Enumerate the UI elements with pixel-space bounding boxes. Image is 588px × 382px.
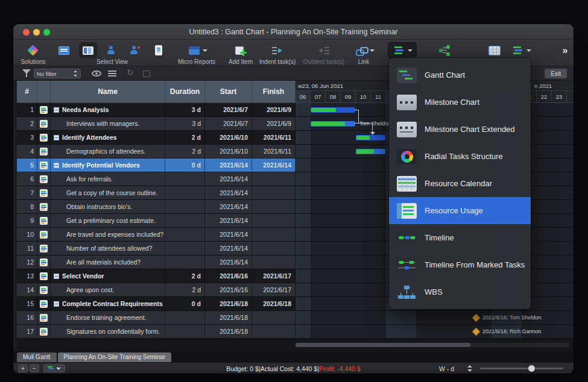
assignment-view-button[interactable] [127, 42, 143, 58]
header-start[interactable]: Start [205, 81, 252, 103]
task-name: Identify Attendees [62, 134, 117, 141]
view-menu-item[interactable]: Timeline From Marked Tasks [389, 251, 531, 278]
document-tab[interactable]: Muli Gantt [17, 352, 57, 362]
filter-select[interactable]: No filter [34, 69, 81, 78]
close-button[interactable] [23, 29, 30, 36]
finish-cell [252, 228, 296, 241]
zoom-slider-thumb[interactable] [528, 365, 535, 372]
row-number-cell: 7 [17, 186, 37, 199]
header-row-number[interactable]: # [17, 81, 37, 103]
task-type-icon [40, 161, 48, 169]
zoom-button[interactable] [43, 29, 50, 36]
view-menu-item[interactable]: Resource Calendar [389, 170, 531, 197]
view-menu-item[interactable]: Milestone Chart Extended [389, 116, 531, 143]
gantt-bar[interactable] [356, 149, 385, 154]
week-label: w23, 06 Jun 2021 [298, 83, 343, 89]
table-row[interactable]: 16Endorse training agreement.2021/6/1820… [17, 311, 574, 325]
task-name: Get a copy of the course outline. [66, 189, 157, 196]
document-view-button[interactable] [151, 42, 166, 58]
task-type-icon [40, 189, 48, 197]
start-cell: 2021/6/7 [205, 117, 252, 130]
view-menu-item[interactable]: Resource Usage [389, 197, 531, 224]
duration-cell [165, 172, 205, 186]
timescale-stepper[interactable] [467, 365, 473, 372]
finish-cell: 2021/6/9 [252, 103, 296, 116]
view-menu-button[interactable] [388, 42, 417, 58]
titlebar[interactable]: Untitled3 : Gantt Chart - Planning An On… [13, 24, 574, 40]
header-icon-column[interactable] [37, 81, 51, 103]
view-menu-item[interactable]: Milestone Chart [389, 89, 531, 116]
view-menu-item[interactable]: Radial Tasks Structure [389, 143, 531, 170]
resource-calendar-icon [397, 176, 417, 192]
network-icon [438, 44, 451, 57]
list-icon[interactable] [106, 67, 119, 80]
milestone-diamond[interactable] [472, 314, 480, 322]
add-item-button[interactable] [233, 42, 248, 58]
start-cell: 2021/6/16 [205, 283, 252, 296]
milestone-diamond[interactable] [472, 328, 480, 336]
finish-cell [252, 172, 296, 186]
gantt-options-button[interactable] [510, 42, 533, 58]
current-view-icon [81, 44, 95, 57]
table-view-button[interactable] [487, 42, 502, 58]
gantt-bar[interactable] [311, 121, 355, 127]
micro-reports-button[interactable] [186, 42, 208, 58]
row-number-cell: 4 [17, 145, 37, 158]
task-name-cell: Select Vendor [51, 269, 165, 283]
toolbar-overflow-chevron[interactable]: » [557, 42, 573, 58]
frame-icon[interactable] [140, 67, 153, 80]
duration-cell: 2 d [165, 131, 205, 144]
task-name: Signatures on confidentially form. [66, 328, 160, 335]
view-panel-button[interactable] [56, 42, 72, 58]
finish-cell [252, 255, 296, 269]
collapse-icon[interactable] [54, 274, 59, 279]
indent-task-button[interactable] [270, 42, 285, 58]
header-duration[interactable]: Duration [165, 81, 205, 103]
start-cell: 2021/6/14 [205, 186, 252, 199]
collapse-icon[interactable] [54, 163, 59, 168]
document-tab[interactable]: Planning An On-Site Training Seminar [58, 352, 171, 362]
app-window: Untitled3 : Gantt Chart - Planning An On… [13, 24, 574, 374]
row-number-cell: 14 [17, 283, 37, 296]
refresh-icon[interactable] [124, 66, 138, 80]
resource-view-button[interactable] [104, 42, 119, 58]
zoom-slider[interactable] [480, 368, 563, 369]
hscrollbar-thumb[interactable] [296, 343, 470, 347]
collapse-icon[interactable] [54, 135, 59, 140]
task-name-cell: Are all materials included? [51, 255, 165, 269]
view-menu-item[interactable]: Timeline [389, 224, 531, 251]
wbs-icon [397, 284, 417, 300]
funnel-icon[interactable] [21, 67, 34, 80]
row-icon-cell [37, 283, 51, 296]
gantt-bar[interactable] [356, 135, 385, 140]
collapse-icon[interactable] [54, 301, 59, 307]
outdent-task-button[interactable] [316, 42, 332, 58]
row-icon-cell [37, 158, 51, 172]
row-icon-cell [37, 255, 51, 269]
finish-cell [252, 214, 296, 227]
header-name[interactable]: Name [51, 81, 165, 103]
row-number-cell: 9 [17, 214, 37, 227]
task-name: Ask for referrals. [66, 175, 113, 183]
collapse-icon[interactable] [54, 107, 59, 113]
view-menu-item-label: Resource Usage [425, 206, 483, 215]
gantt-cell: 2021/6/18; Tom Sheldon [296, 311, 574, 324]
row-number-cell: 2 [17, 117, 37, 130]
current-view-button[interactable] [79, 42, 97, 58]
view-menu-item[interactable]: WBS [389, 278, 531, 305]
table-row[interactable]: 17Signatures on confidentially form.2021… [17, 325, 574, 339]
start-cell: 2021/6/14 [205, 228, 252, 241]
radial-tasks-icon [397, 149, 417, 164]
gantt-bar-progress [311, 108, 336, 112]
exit-button[interactable]: Exit [545, 69, 567, 78]
link-icon [355, 44, 368, 57]
timeline-day-cell: 07 [311, 91, 326, 102]
eye-icon[interactable] [90, 67, 104, 80]
link-tasks-button[interactable] [353, 42, 375, 58]
gantt-bar[interactable] [311, 107, 355, 113]
network-diagram-button[interactable] [437, 42, 452, 58]
view-menu-item[interactable]: Gantt Chart [389, 61, 531, 89]
solutions-button[interactable] [25, 42, 41, 58]
header-finish[interactable]: Finish [252, 81, 296, 103]
minimize-button[interactable] [33, 29, 40, 36]
